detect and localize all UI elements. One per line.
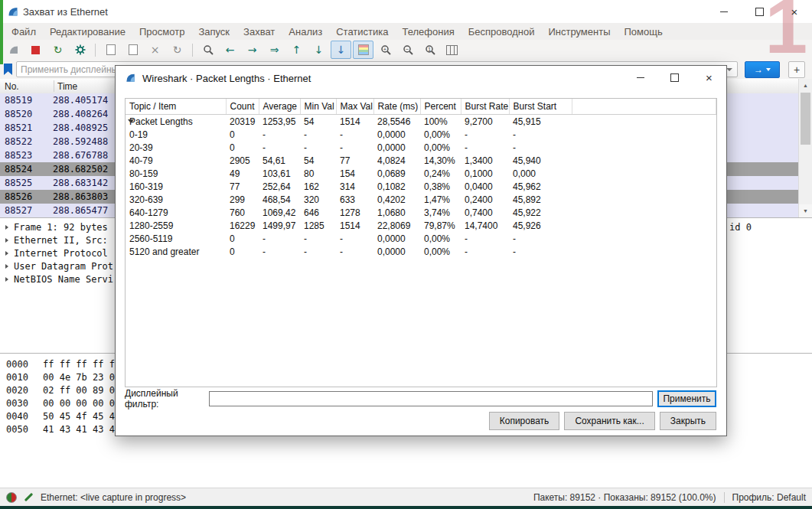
menu-item[interactable]: Статистика <box>329 26 395 38</box>
column-no[interactable]: No. <box>5 81 19 92</box>
hex-offset: 0010 <box>0 371 43 384</box>
expand-chevron-icon[interactable] <box>128 119 134 123</box>
reload-file-button[interactable]: ↻ <box>167 41 188 59</box>
add-filter-button[interactable]: + <box>788 61 805 78</box>
packet-no: 88522 <box>0 136 53 147</box>
dialog-close-action-button[interactable]: Закрыть <box>660 412 716 430</box>
expand-caret-icon[interactable] <box>5 264 8 269</box>
stats-column-header[interactable]: Average <box>259 99 300 115</box>
close-button[interactable]: × <box>777 0 812 23</box>
column-separator[interactable] <box>54 80 54 92</box>
wireshark-main-window: 1 Захват из Ethernet × ФайлРедактировани… <box>0 0 812 509</box>
stats-row[interactable]: 80-15949103,61801540,06890,24%0,10000,00… <box>126 167 716 180</box>
stats-row[interactable]: 320-639299468,543206330,42021,47%0,24004… <box>126 193 716 206</box>
stats-column-header[interactable]: Max Val <box>336 99 373 115</box>
menu-item[interactable]: Анализ <box>282 26 329 38</box>
dialog-filter-input[interactable] <box>209 391 653 406</box>
menu-item[interactable]: Беспроводной <box>461 26 542 38</box>
column-time[interactable]: Time <box>57 81 77 92</box>
apply-arrow-icon: → <box>754 65 763 74</box>
stats-column-header[interactable]: Burst Rate <box>461 99 509 115</box>
dialog-title: Wireshark · Packet Lengths · Ethernet <box>142 73 311 84</box>
stop-capture-button[interactable] <box>25 41 46 59</box>
dialog-close-button[interactable]: × <box>692 66 726 90</box>
packet-time: 288.408264 <box>53 109 108 119</box>
stats-row[interactable]: Packet Lengths203191253,9554151428,55461… <box>126 115 716 129</box>
restart-capture-icon: ↻ <box>54 44 63 55</box>
stats-column-header[interactable]: Count <box>226 99 259 115</box>
packet-no: 88525 <box>0 178 53 188</box>
auto-scroll-button[interactable]: ↓ <box>331 41 351 59</box>
open-file-button[interactable] <box>100 41 121 59</box>
expand-caret-icon[interactable] <box>5 251 8 256</box>
packet-no: 88527 <box>0 205 53 216</box>
menu-item[interactable]: Инструменты <box>541 26 617 38</box>
apply-filter-button[interactable]: → <box>745 61 780 78</box>
stats-column-header[interactable]: Percent <box>420 99 461 115</box>
stats-row[interactable]: 5120 and greater0---0,00000,00%-- <box>126 245 716 258</box>
expand-caret-icon[interactable] <box>5 277 8 282</box>
stats-row[interactable]: 20-390---0,00000,00%-- <box>126 141 716 154</box>
stats-column-header[interactable]: Rate (ms) <box>373 99 420 115</box>
zoom-in-button[interactable]: + <box>375 41 396 59</box>
expert-info-icon[interactable] <box>6 492 17 503</box>
stop-capture-icon <box>31 46 40 54</box>
go-back-button[interactable]: ← <box>220 41 240 59</box>
resize-columns-button[interactable] <box>442 41 462 59</box>
minimize-icon <box>720 11 728 12</box>
minimize-button[interactable] <box>706 0 742 23</box>
open-file-icon <box>106 44 116 55</box>
start-capture-button[interactable] <box>3 41 24 59</box>
packet-list-scrollbar[interactable]: ▲ ▼ <box>798 79 812 217</box>
packet-time: 288.865477 <box>53 205 108 216</box>
close-file-button[interactable]: × <box>145 41 165 59</box>
stats-column-header[interactable]: Burst Start <box>509 99 572 115</box>
stats-column-header[interactable]: Topic / Item <box>126 99 226 115</box>
hex-offset: 0050 <box>0 423 43 436</box>
scrollbar-thumb[interactable] <box>801 93 810 145</box>
status-bar: Ethernet: <live capture in progress> Пак… <box>0 488 812 506</box>
zoom-out-button[interactable]: − <box>397 41 418 59</box>
capture-options-button[interactable] <box>70 41 90 59</box>
dialog-apply-button[interactable]: Применить <box>657 390 716 407</box>
go-first-packet-button[interactable]: ↑ <box>286 41 307 59</box>
colorize-packets-button[interactable] <box>353 41 373 59</box>
menu-item[interactable]: Просмотр <box>132 26 191 38</box>
go-last-packet-button[interactable]: ↓ <box>308 41 329 59</box>
capture-comment-icon[interactable] <box>24 492 34 502</box>
menu-item[interactable]: Редактирование <box>43 26 132 38</box>
dialog-minimize-button[interactable] <box>623 66 657 90</box>
menu-item[interactable]: Телефония <box>395 26 461 38</box>
stats-row[interactable]: 40-79290554,6154774,082414,30%1,340045,9… <box>126 154 716 167</box>
save-file-button[interactable] <box>122 41 143 59</box>
stats-column-header[interactable]: Min Val <box>300 99 336 115</box>
menu-item[interactable]: Захват <box>236 26 282 38</box>
stats-row[interactable]: 0-190---0,00000,00%-- <box>126 128 716 141</box>
scrollbar-up-icon[interactable]: ▲ <box>799 79 812 92</box>
go-to-packet-button[interactable]: ⇒ <box>264 41 285 59</box>
stats-row[interactable]: 640-12797601069,4264612781,06803,74%0,74… <box>126 206 716 219</box>
go-forward-icon: → <box>248 44 257 55</box>
maximize-button[interactable] <box>742 0 777 23</box>
scrollbar-down-icon[interactable]: ▼ <box>799 204 812 217</box>
restart-capture-button[interactable]: ↻ <box>47 41 68 59</box>
copy-button[interactable]: Копировать <box>489 412 560 430</box>
stats-row[interactable]: 2560-51190---0,00000,00%-- <box>126 232 716 245</box>
filter-bookmark-icon[interactable] <box>4 64 12 75</box>
stats-column-filler <box>572 99 716 115</box>
menu-item[interactable]: Файл <box>5 26 43 38</box>
save-as-button[interactable]: Сохранить как... <box>564 412 654 430</box>
menu-item[interactable]: Помощь <box>618 26 670 38</box>
go-forward-button[interactable]: → <box>242 41 263 59</box>
expand-caret-icon[interactable] <box>5 238 8 243</box>
save-file-icon <box>129 44 138 55</box>
stats-row[interactable]: 1280-2559162291499,971285151422,806979,8… <box>126 219 716 232</box>
menu-item[interactable]: Запуск <box>191 26 236 38</box>
stats-row[interactable]: 160-31977252,641623140,10820,38%0,040045… <box>126 180 716 193</box>
filter-dropdown-caret-icon[interactable] <box>726 68 732 71</box>
dialog-maximize-button[interactable] <box>657 66 692 90</box>
find-packet-button[interactable] <box>197 41 218 59</box>
zoom-normal-button[interactable]: 1 <box>419 41 440 59</box>
profile-text[interactable]: Профиль: Default <box>732 492 807 503</box>
expand-caret-icon[interactable] <box>5 225 8 230</box>
